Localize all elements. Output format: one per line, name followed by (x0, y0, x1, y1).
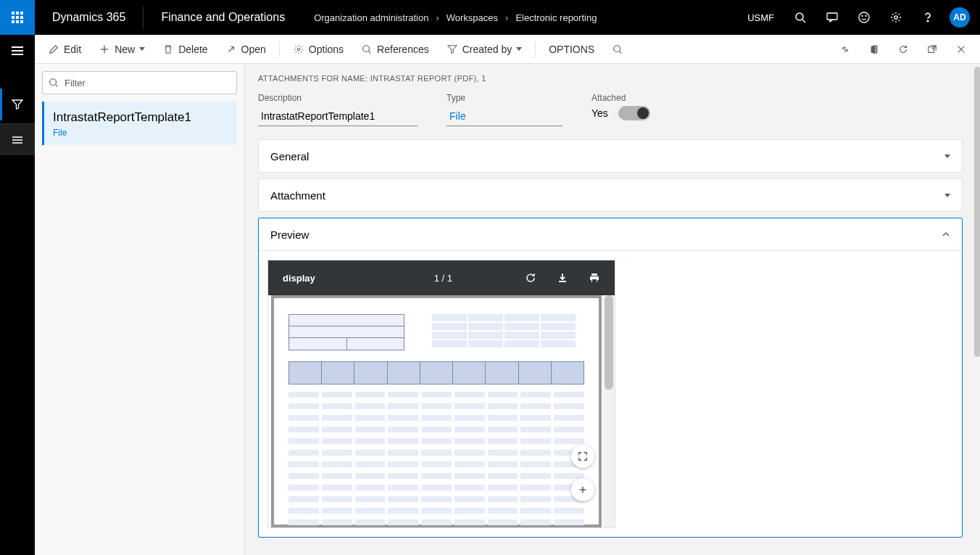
pdf-header-row (288, 361, 584, 385)
fit-icon (578, 451, 588, 461)
breadcrumb-item[interactable]: Workspaces (447, 12, 498, 23)
created-by-label: Created by (462, 44, 512, 55)
topbar-right-group: USMF AD (739, 0, 980, 35)
attached-toggle[interactable] (618, 106, 650, 120)
main-content: ATTACHMENTS FOR NAME: INTRASTAT REPORT (… (245, 64, 980, 555)
search-button[interactable] (786, 0, 815, 35)
delete-button[interactable]: Delete (155, 38, 215, 61)
help-button[interactable] (913, 0, 942, 35)
accordion-general-header[interactable]: General (259, 140, 962, 172)
attached-field: Attached Yes (591, 93, 650, 126)
plus-icon (578, 485, 588, 495)
download-icon[interactable] (557, 272, 568, 284)
new-button[interactable]: New (91, 38, 152, 61)
rotate-icon[interactable] (525, 272, 536, 284)
search-icon (361, 44, 373, 55)
svg-rect-2 (827, 13, 837, 20)
pdf-page-indicator: 1 / 1 (434, 273, 452, 284)
legal-entity-label[interactable]: USMF (739, 12, 783, 23)
description-label: Description (258, 93, 418, 103)
nav-expand-button[interactable] (0, 123, 35, 155)
filter-input[interactable]: Filter (42, 71, 237, 94)
print-icon[interactable] (589, 272, 600, 284)
nav-filter-button[interactable] (0, 89, 35, 120)
svg-rect-15 (929, 46, 934, 52)
fit-to-page-button[interactable] (571, 445, 594, 468)
plus-icon (99, 44, 110, 55)
main-scrollbar[interactable] (974, 67, 980, 357)
pdf-page-area[interactable] (271, 295, 602, 527)
attach-button[interactable] (832, 38, 858, 61)
description-input[interactable] (258, 106, 418, 126)
feedback-button[interactable] (850, 0, 879, 35)
top-navigation-bar: Dynamics 365 Finance and Operations Orga… (0, 0, 980, 35)
accordion-attachment-header[interactable]: Attachment (259, 179, 962, 211)
left-list-panel: Filter IntrastatReportTemplate1 File (35, 64, 245, 555)
avatar-initials: AD (950, 7, 970, 28)
attached-value: Yes (591, 107, 608, 119)
office-button[interactable] (861, 38, 887, 61)
office-icon (868, 44, 880, 55)
chevron-down-icon (944, 155, 950, 158)
zoom-in-button[interactable] (571, 478, 594, 501)
search-icon (612, 44, 623, 55)
open-arrow-icon (225, 44, 237, 55)
chevron-right-icon: › (436, 12, 439, 23)
page-title: ATTACHMENTS FOR NAME: INTRASTAT REPORT (… (258, 74, 963, 83)
refresh-icon (897, 44, 909, 55)
accordion-general: General (258, 139, 963, 173)
created-by-button[interactable]: Created by (439, 38, 529, 61)
svg-point-7 (927, 20, 929, 22)
svg-point-18 (50, 79, 57, 86)
delete-label: Delete (178, 44, 207, 55)
svg-point-3 (859, 12, 869, 22)
svg-point-13 (614, 45, 620, 52)
chevron-right-icon: › (505, 12, 508, 23)
nav-hamburger-button[interactable] (0, 35, 35, 67)
references-button[interactable]: References (354, 38, 436, 61)
options-caps-button[interactable]: OPTIONS (541, 38, 602, 61)
accordion-title: Preview (270, 229, 309, 241)
list-item[interactable]: IntrastatReportTemplate1 File (42, 102, 237, 145)
pdf-scrollbar[interactable] (603, 295, 615, 527)
open-label: Open (241, 44, 266, 55)
accordion-title: Attachment (270, 189, 325, 202)
refresh-button[interactable] (890, 38, 916, 61)
pdf-title: display (283, 273, 315, 284)
question-icon (922, 12, 934, 23)
breadcrumb-item[interactable]: Electronic reporting (515, 12, 597, 23)
app-launcher-button[interactable] (0, 0, 35, 35)
type-link[interactable]: File (447, 106, 562, 126)
svg-point-5 (865, 16, 866, 17)
filter-placeholder: Filter (65, 78, 86, 89)
open-button[interactable]: Open (218, 38, 273, 61)
popout-button[interactable] (919, 38, 945, 61)
breadcrumb: Organization administration › Workspaces… (302, 0, 739, 35)
options-button[interactable]: Options (286, 38, 351, 61)
pdf-sheet (274, 298, 599, 525)
svg-point-0 (796, 13, 803, 20)
breadcrumb-item[interactable]: Organization administration (314, 12, 428, 23)
command-separator (279, 41, 280, 57)
search-icon (794, 12, 806, 23)
funnel-icon (447, 44, 458, 55)
description-field: Description (258, 93, 418, 126)
pencil-icon (48, 44, 59, 55)
references-label: References (377, 44, 429, 55)
settings-button[interactable] (881, 0, 910, 35)
edit-button[interactable]: Edit (41, 38, 88, 61)
pdf-toolbar: display 1 / 1 (268, 260, 615, 295)
chat-icon (826, 12, 838, 23)
find-button[interactable] (605, 38, 631, 61)
user-avatar[interactable]: AD (945, 0, 974, 35)
chevron-down-icon (139, 47, 145, 51)
svg-line-1 (802, 20, 805, 22)
options-label: Options (309, 44, 344, 55)
list-item-title: IntrastatReportTemplate1 (53, 110, 230, 125)
close-button[interactable] (948, 38, 974, 61)
messages-button[interactable] (818, 0, 847, 35)
svg-rect-20 (592, 279, 597, 282)
close-icon (955, 44, 967, 55)
type-field: Type File (447, 93, 562, 126)
accordion-preview-header[interactable]: Preview (259, 218, 962, 250)
